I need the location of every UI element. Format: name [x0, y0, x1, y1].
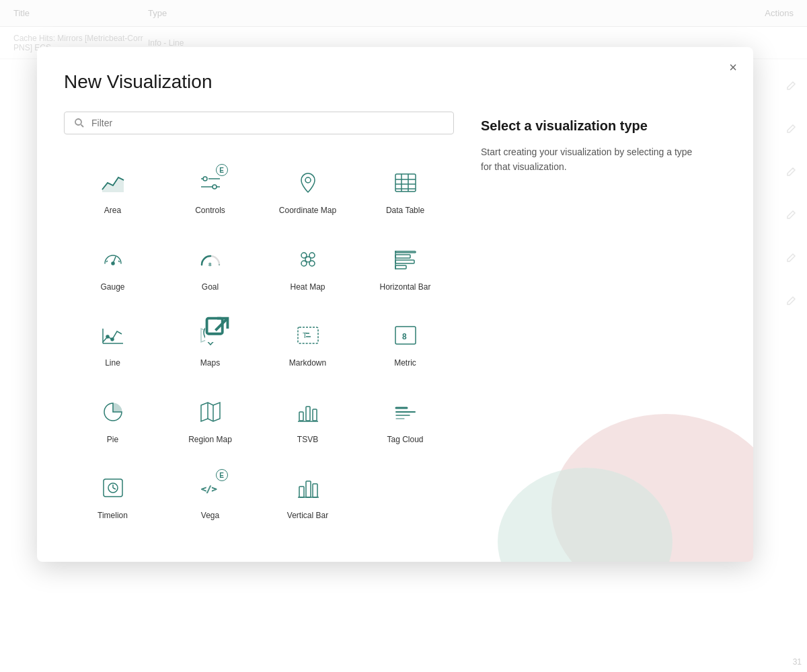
tsvb-icon: [292, 396, 324, 428]
viz-item-metric[interactable]: 8 Metric: [356, 306, 454, 382]
viz-item-timelion[interactable]: Timelion: [64, 458, 161, 535]
svg-point-24: [305, 257, 311, 262]
viz-item-region-map[interactable]: Region Map: [161, 382, 259, 459]
viz-item-tsvb[interactable]: TSVB: [259, 382, 356, 459]
coordinate-map-label: Coordinate Map: [279, 206, 336, 216]
goal-label: Goal: [202, 282, 219, 293]
maps-badge: [205, 317, 229, 342]
svg-point-0: [75, 119, 81, 125]
viz-item-gauge[interactable]: Gauge: [64, 230, 161, 306]
right-panel-description: Start creating your visualization by sel…: [481, 144, 696, 175]
right-panel-title: Select a visualization type: [481, 118, 726, 134]
area-icon: [97, 167, 129, 199]
svg-point-9: [305, 177, 311, 183]
svg-rect-26: [395, 255, 410, 258]
markdown-icon: T: [292, 319, 324, 351]
region-map-icon: [194, 396, 227, 428]
svg-rect-45: [313, 409, 317, 421]
viz-item-pie[interactable]: Pie: [64, 382, 161, 459]
goal-icon: 8: [194, 243, 227, 276]
vertical-bar-icon: [292, 472, 324, 504]
gauge-icon: [97, 243, 129, 276]
viz-item-coordinate-map[interactable]: Coordinate Map: [259, 153, 356, 230]
close-button[interactable]: ×: [726, 58, 740, 77]
metric-icon: 8: [389, 319, 422, 351]
svg-line-1: [81, 125, 84, 128]
svg-rect-56: [299, 487, 304, 497]
svg-rect-27: [395, 260, 414, 263]
right-panel: Select a visualization type Start creati…: [481, 112, 726, 535]
modal-body: Area E Contr: [64, 112, 726, 535]
svg-point-16: [112, 262, 114, 265]
controls-label: Controls: [195, 206, 225, 216]
controls-icon: E: [194, 167, 227, 199]
svg-point-32: [111, 338, 114, 341]
data-table-icon: [389, 167, 422, 199]
svg-rect-57: [306, 481, 311, 497]
horizontal-bar-label: Horizontal Bar: [379, 282, 430, 293]
metric-label: Metric: [394, 358, 416, 369]
gauge-label: Gauge: [100, 282, 124, 293]
viz-item-maps[interactable]: Maps: [161, 306, 259, 382]
modal-title: New Visualization: [64, 71, 726, 93]
svg-rect-37: [298, 327, 318, 343]
viz-item-horizontal-bar[interactable]: Horizontal Bar: [356, 230, 454, 306]
line-label: Line: [105, 358, 120, 369]
svg-text:T: T: [303, 331, 307, 339]
maps-icon: [194, 319, 227, 351]
timelion-label: Timelion: [98, 511, 128, 521]
svg-point-33: [106, 335, 109, 338]
svg-point-3: [203, 177, 207, 181]
viz-item-markdown[interactable]: T Markdown: [259, 306, 356, 382]
svg-text:8: 8: [402, 332, 407, 341]
region-map-label: Region Map: [188, 435, 232, 446]
filter-input[interactable]: [91, 118, 444, 128]
viz-item-area[interactable]: Area: [64, 153, 161, 230]
viz-item-line[interactable]: Line: [64, 306, 161, 382]
viz-item-heat-map[interactable]: Heat Map: [259, 230, 356, 306]
new-visualization-modal: × New Visualization Area: [37, 47, 753, 562]
tag-cloud-icon: [389, 396, 422, 428]
vertical-bar-label: Vertical Bar: [287, 511, 328, 521]
viz-item-goal[interactable]: 8 Goal: [161, 230, 259, 306]
markdown-label: Markdown: [289, 358, 326, 369]
svg-text:8: 8: [208, 261, 212, 267]
area-label: Area: [104, 206, 121, 216]
pie-icon: [97, 396, 129, 428]
heat-map-label: Heat Map: [290, 282, 325, 293]
coordinate-map-icon: [292, 167, 324, 199]
left-panel: Area E Contr: [64, 112, 454, 535]
tsvb-label: TSVB: [297, 435, 318, 446]
filter-search-box[interactable]: [64, 112, 454, 134]
horizontal-bar-icon: [389, 243, 422, 276]
timelion-icon: [97, 472, 129, 504]
svg-rect-44: [306, 407, 310, 421]
viz-item-vertical-bar[interactable]: Vertical Bar: [259, 458, 356, 535]
svg-line-17: [106, 261, 108, 262]
heat-map-icon: [292, 243, 324, 276]
search-icon: [74, 118, 85, 128]
svg-point-6: [213, 185, 217, 189]
svg-line-18: [118, 261, 120, 262]
svg-rect-25: [395, 251, 416, 253]
data-table-label: Data Table: [386, 206, 424, 216]
maps-label: Maps: [200, 358, 220, 369]
svg-line-54: [113, 488, 116, 489]
svg-rect-43: [299, 412, 303, 421]
line-icon: [97, 319, 129, 351]
vega-label: Vega: [201, 511, 219, 521]
viz-item-controls[interactable]: E Controls: [161, 153, 259, 230]
viz-item-tag-cloud[interactable]: Tag Cloud: [356, 382, 454, 459]
visualization-grid: Area E Contr: [64, 153, 454, 535]
vega-badge: E: [216, 469, 228, 481]
svg-text:</>: </>: [201, 484, 217, 494]
viz-item-data-table[interactable]: Data Table: [356, 153, 454, 230]
tag-cloud-label: Tag Cloud: [387, 435, 423, 446]
svg-rect-28: [395, 265, 406, 269]
svg-rect-58: [313, 484, 317, 497]
viz-item-vega[interactable]: E </> Vega: [161, 458, 259, 535]
pie-label: Pie: [107, 435, 118, 446]
vega-icon: E </>: [194, 472, 227, 504]
controls-badge: E: [216, 164, 228, 176]
